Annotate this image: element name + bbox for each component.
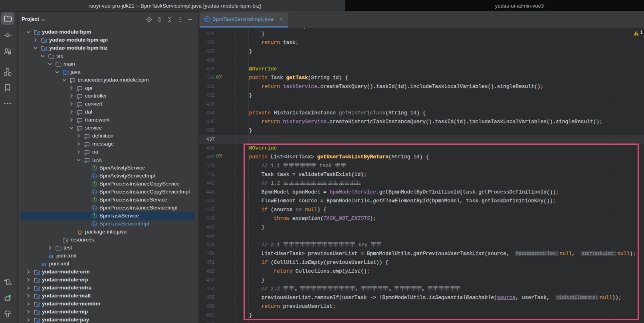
- svg-text:?: ?: [8, 51, 10, 55]
